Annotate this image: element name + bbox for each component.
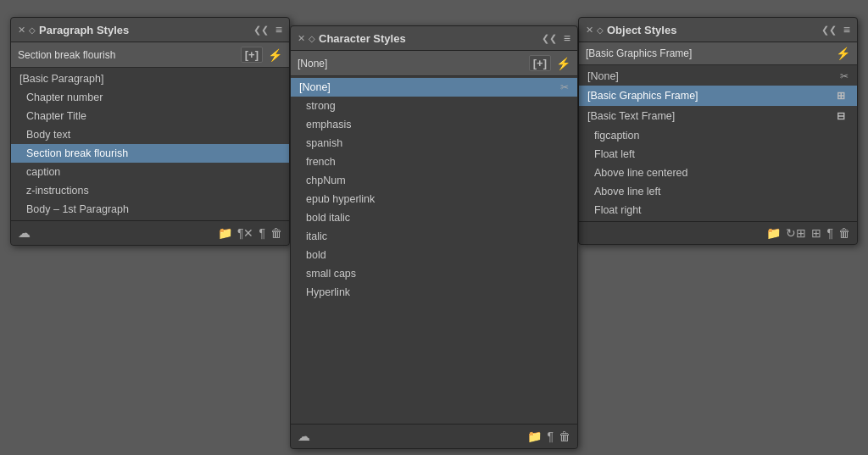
list-item-selected[interactable]: [Basic Graphics Frame] ⊞ — [579, 86, 857, 106]
object-style-list: [None] ✂ [Basic Graphics Frame] ⊞ [Basic… — [579, 65, 857, 221]
list-item[interactable]: french — [291, 153, 577, 171]
object-active-label: [Basic Graphics Frame] — [586, 47, 692, 59]
folder-icon[interactable]: 📁 — [527, 430, 542, 443]
header-icons: ❮❮ ≡ — [821, 23, 850, 36]
character-active-label: [None] — [298, 58, 327, 69]
list-item[interactable]: figcaption — [579, 126, 857, 145]
restyle-icon[interactable]: ¶ — [826, 226, 833, 240]
list-item[interactable]: caption — [11, 163, 289, 181]
header-left: ✕ ◇ Object Styles — [586, 24, 676, 36]
character-styles-panel: ✕ ◇ Character Styles ❮❮ ≡ [None] [+] ⚡ [… — [290, 25, 578, 449]
list-item[interactable]: [None] ✂ — [579, 67, 857, 86]
delete-icon[interactable]: 🗑 — [838, 226, 850, 240]
lightning-icon[interactable]: ⚡ — [556, 57, 570, 70]
list-item[interactable]: Hyperlink — [291, 283, 577, 302]
list-item[interactable]: chpNum — [291, 171, 577, 190]
paragraph-active-label: Section break flourish — [18, 49, 115, 61]
list-item[interactable]: [Basic Text Frame] ⊟ — [579, 106, 857, 126]
list-item[interactable]: bold italic — [291, 208, 577, 227]
list-item-selected[interactable]: Section break flourish — [11, 144, 289, 163]
delete-icon[interactable]: 🗑 — [270, 226, 282, 240]
list-item[interactable]: [Basic Paragraph] — [11, 69, 289, 88]
paragraph-panel-header: ✕ ◇ Paragraph Styles ❮❮ ≡ — [11, 18, 289, 42]
paragraph-style-list: [Basic Paragraph] Chapter number Chapter… — [11, 68, 289, 220]
folder-icon[interactable]: 📁 — [218, 226, 232, 240]
paragraph-active-row[interactable]: Section break flourish [+] ⚡ — [11, 42, 289, 68]
list-item[interactable]: Chapter number — [11, 88, 289, 107]
cloud-icon[interactable]: ☁ — [298, 429, 310, 444]
new-style-button[interactable]: [+] — [241, 47, 263, 63]
menu-icon[interactable]: ≡ — [275, 23, 282, 36]
paragraph-styles-panel: ✕ ◇ Paragraph Styles ❮❮ ≡ Section break … — [10, 17, 290, 246]
footer-actions: 📁 ¶✕ ¶ 🗑 — [218, 226, 282, 240]
list-item[interactable]: Chapter Title — [11, 107, 289, 125]
scissors-icon: ✂ — [840, 70, 849, 82]
close-icon[interactable]: ✕ — [586, 25, 593, 36]
sync-icon[interactable]: ↻⊞ — [786, 226, 806, 240]
character-panel-footer: ☁ 📁 ¶ 🗑 — [291, 424, 577, 448]
diamond-icon: ◇ — [29, 25, 36, 35]
lightning-icon[interactable]: ⚡ — [268, 48, 282, 62]
close-icon[interactable]: ✕ — [18, 25, 25, 36]
scissors-icon: ✂ — [560, 81, 569, 93]
character-style-list: [None] ✂ strong emphasis spanish french … — [291, 76, 577, 424]
header-icons: ❮❮ ≡ — [542, 31, 570, 45]
close-icon[interactable]: ✕ — [298, 33, 305, 44]
paragraph-panel-footer: ☁ 📁 ¶✕ ¶ 🗑 — [11, 220, 289, 245]
menu-icon[interactable]: ≡ — [564, 31, 570, 45]
list-item[interactable]: Above line centered — [579, 164, 857, 182]
character-panel-header: ✕ ◇ Character Styles ❮❮ ≡ — [291, 26, 577, 51]
list-item[interactable]: spanish — [291, 134, 577, 153]
list-item[interactable]: Above line left — [579, 182, 857, 201]
object-panel-header: ✕ ◇ Object Styles ❮❮ ≡ — [579, 18, 857, 42]
paragraph-panel-title: Paragraph Styles — [39, 24, 129, 36]
list-item[interactable]: italic — [291, 227, 577, 246]
object-panel-footer: 📁 ↻⊞ ⊞ ¶ 🗑 — [579, 221, 857, 244]
list-item[interactable]: Float right — [579, 201, 857, 219]
header-icons: ❮❮ ≡ — [253, 23, 282, 36]
list-item[interactable]: strong — [291, 97, 577, 115]
character-active-row[interactable]: [None] [+] ⚡ — [291, 51, 577, 76]
list-item[interactable]: Body text — [11, 125, 289, 144]
frame-icon: ⊞ — [833, 89, 849, 103]
character-panel-title: Character Styles — [319, 32, 406, 45]
diamond-icon: ◇ — [597, 25, 604, 35]
list-item[interactable]: emphasis — [291, 115, 577, 134]
object-panel-title: Object Styles — [607, 24, 676, 36]
active-row-icons: [+] ⚡ — [241, 47, 282, 63]
delete-icon[interactable]: 🗑 — [559, 430, 570, 443]
frame2-icon[interactable]: ⊞ — [811, 226, 821, 240]
list-item[interactable]: epub hyperlink — [291, 190, 577, 208]
footer-actions: 📁 ¶ 🗑 — [527, 430, 570, 443]
restyle-icon[interactable]: ¶ — [547, 430, 554, 443]
menu-icon[interactable]: ≡ — [843, 23, 850, 36]
clear-override-icon[interactable]: ¶✕ — [237, 226, 254, 240]
active-row-icons: ⚡ — [836, 47, 850, 60]
list-item-selected[interactable]: [None] ✂ — [291, 78, 577, 97]
object-active-row[interactable]: [Basic Graphics Frame] ⚡ — [579, 42, 857, 65]
cloud-icon[interactable]: ☁ — [18, 225, 31, 241]
object-styles-panel: ✕ ◇ Object Styles ❮❮ ≡ [Basic Graphics F… — [578, 17, 858, 245]
footer-actions: 📁 ↻⊞ ⊞ ¶ 🗑 — [766, 226, 850, 240]
header-left: ✕ ◇ Character Styles — [298, 32, 406, 45]
text-frame-icon: ⊟ — [833, 109, 849, 123]
new-style-button[interactable]: [+] — [529, 55, 551, 71]
header-left: ✕ ◇ Paragraph Styles — [18, 24, 129, 36]
list-item[interactable]: bold — [291, 246, 577, 264]
active-row-icons: [+] ⚡ — [529, 55, 570, 71]
collapse-icon[interactable]: ❮❮ — [821, 25, 837, 36]
collapse-icon[interactable]: ❮❮ — [253, 25, 269, 36]
diamond-icon: ◇ — [309, 34, 315, 43]
restyle-icon[interactable]: ¶ — [259, 226, 265, 240]
lightning-icon[interactable]: ⚡ — [836, 47, 850, 60]
list-item[interactable]: Float left — [579, 145, 857, 164]
list-item[interactable]: small caps — [291, 264, 577, 283]
folder-icon[interactable]: 📁 — [766, 226, 781, 240]
list-item[interactable]: z-instructions — [11, 181, 289, 200]
collapse-icon[interactable]: ❮❮ — [542, 33, 557, 44]
list-item[interactable]: Body – 1st Paragraph — [11, 200, 289, 219]
